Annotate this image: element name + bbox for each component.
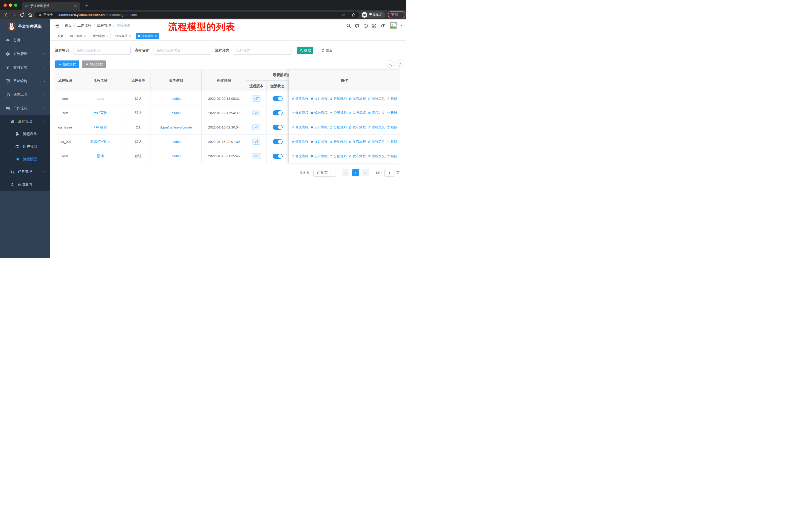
sidebar-item-process-mgmt[interactable]: 流程管理 (0, 115, 50, 128)
prev-page-button[interactable]: ‹ (342, 169, 349, 176)
browser-menu-icon[interactable] (400, 13, 403, 17)
action-delete[interactable]: 删除 (387, 154, 398, 159)
fontsize-icon[interactable]: TT (380, 23, 385, 28)
toggle-search-button[interactable] (386, 60, 394, 68)
action-definition[interactable]: 流程定义 (368, 154, 385, 159)
page-size-select[interactable]: 10条/页 (313, 169, 336, 176)
action-modify[interactable]: 修改流程 (291, 154, 308, 159)
action-assign[interactable]: 分配规则 (329, 154, 347, 159)
key-icon[interactable] (341, 12, 346, 17)
traffic-light-close[interactable] (3, 3, 7, 7)
action-design[interactable]: 设计流程 (310, 125, 327, 130)
active-toggle[interactable] (272, 139, 283, 144)
action-publish[interactable]: 发布流程 (349, 139, 366, 144)
active-toggle[interactable] (272, 110, 283, 115)
bookmark-star-icon[interactable] (351, 12, 356, 17)
action-design[interactable]: 设计流程 (310, 111, 327, 115)
filter-category-select[interactable]: 流程分类 (233, 46, 291, 55)
action-delete[interactable]: 删除 (387, 111, 398, 115)
active-toggle[interactable] (272, 154, 283, 159)
tag-首页[interactable]: 首页 (55, 33, 65, 39)
action-assign[interactable]: 分配规则 (329, 125, 347, 130)
sidebar-item-home[interactable]: 首页 (0, 33, 50, 47)
header-search-icon[interactable] (346, 23, 351, 28)
action-publish[interactable]: 发布流程 (349, 111, 366, 115)
tag-我的流程[interactable]: 我的流程× (91, 33, 111, 39)
tab-close-icon[interactable]: ✕ (73, 4, 78, 8)
tag-流程表单[interactable]: 流程表单× (113, 33, 133, 39)
filter-name-input[interactable] (153, 46, 211, 55)
action-definition[interactable]: 流程定义 (368, 111, 385, 115)
avatar[interactable] (388, 20, 399, 31)
active-toggle[interactable] (272, 96, 283, 101)
url-bar[interactable]: 不安全 dashboard.yudao.iocoder.cn /bpm/mana… (35, 11, 359, 18)
sidebar-item-workflow[interactable]: 工作流程 (0, 102, 50, 115)
action-delete[interactable]: 删除 (387, 96, 398, 101)
action-delete[interactable]: 删除 (387, 139, 398, 144)
action-definition[interactable]: 流程定义 (368, 139, 385, 144)
action-publish[interactable]: 发布流程 (349, 154, 366, 159)
reset-button[interactable]: 重置 (319, 47, 334, 54)
form-info-link[interactable]: biubiu (171, 97, 180, 101)
forward-icon[interactable] (11, 12, 17, 18)
active-toggle[interactable] (272, 125, 283, 130)
tag-close-icon[interactable]: × (155, 34, 157, 38)
form-info-link[interactable]: biubiu (171, 140, 180, 144)
current-page-button[interactable]: 1 (352, 169, 359, 176)
goto-page-input[interactable] (384, 169, 395, 176)
action-modify[interactable]: 修改流程 (291, 125, 308, 130)
form-info-link[interactable]: /bpm/oa/leave/create (160, 126, 192, 129)
update-button[interactable]: 更新 (388, 11, 406, 19)
new-tab-button[interactable]: + (83, 2, 91, 9)
action-design[interactable]: 设计流程 (310, 139, 327, 144)
action-publish[interactable]: 发布流程 (349, 96, 366, 101)
sidebar-item-process-form[interactable]: 流程表单 (0, 128, 50, 140)
action-modify[interactable]: 修改流程 (291, 96, 308, 101)
sidebar-item-task-mgmt[interactable]: 任务管理 (0, 166, 50, 178)
action-design[interactable]: 设计流程 (310, 154, 327, 159)
sidebar-collapse-icon[interactable] (54, 23, 59, 28)
sidebar-item-user-group[interactable]: 用户分组 (0, 140, 50, 153)
fullscreen-icon[interactable] (372, 23, 377, 28)
action-design[interactable]: 设计流程 (310, 96, 327, 101)
sidebar-item-devtools[interactable]: 研发工具 (0, 88, 50, 102)
form-info-link[interactable]: biubiu (171, 111, 180, 115)
avatar-caret-icon[interactable] (400, 25, 403, 27)
breadcrumb-item[interactable]: 流程管理 (97, 23, 111, 28)
tag-close-icon[interactable]: × (129, 34, 131, 38)
tag-close-icon[interactable]: × (107, 34, 109, 38)
action-modify[interactable]: 修改流程 (291, 111, 308, 115)
tag-close-icon[interactable]: × (84, 34, 86, 38)
breadcrumb-item[interactable]: 首页 (65, 23, 72, 28)
action-definition[interactable]: 流程定义 (368, 96, 385, 101)
process-name-link[interactable]: eeee (97, 97, 104, 101)
breadcrumb-item[interactable]: 工作流程 (77, 23, 91, 28)
sidebar-item-payment[interactable]: ¥支付管理 (0, 61, 50, 74)
next-page-button[interactable]: › (362, 169, 369, 176)
process-name-link[interactable]: OA 请假 (94, 125, 107, 130)
traffic-light-zoom[interactable] (14, 3, 18, 7)
home-icon[interactable] (28, 12, 33, 18)
back-icon[interactable] (3, 12, 9, 18)
action-definition[interactable]: 流程定义 (368, 125, 385, 130)
action-assign[interactable]: 分配规则 (329, 111, 347, 115)
github-icon[interactable] (355, 23, 360, 28)
action-assign[interactable]: 分配规则 (329, 139, 347, 144)
import-process-button[interactable]: 导入流程 (82, 60, 106, 68)
action-assign[interactable]: 分配规则 (329, 96, 347, 101)
sidebar-item-leave-query[interactable]: 请假查询 (0, 178, 50, 191)
process-name-link[interactable]: 自己审批 (94, 111, 107, 115)
browser-tab[interactable]: 芋道管理系统 ✕ (22, 2, 80, 10)
process-name-link[interactable]: 测试多审批人 (90, 139, 111, 144)
action-publish[interactable]: 发布流程 (349, 125, 366, 130)
filter-key-input[interactable] (74, 46, 130, 55)
refresh-table-button[interactable] (396, 60, 404, 68)
sidebar-item-system[interactable]: 系统管理 (0, 47, 50, 61)
traffic-light-minimize[interactable] (9, 3, 12, 7)
tag-流程模型[interactable]: 流程模型× (136, 33, 159, 39)
reload-icon[interactable] (20, 12, 25, 18)
sidebar-item-infra[interactable]: 基础设施 (0, 74, 50, 88)
search-button[interactable]: 搜索 (297, 47, 313, 54)
sidebar-item-process-model[interactable]: 流程模型 (0, 153, 50, 166)
process-name-link[interactable]: 滔博 (97, 154, 104, 159)
